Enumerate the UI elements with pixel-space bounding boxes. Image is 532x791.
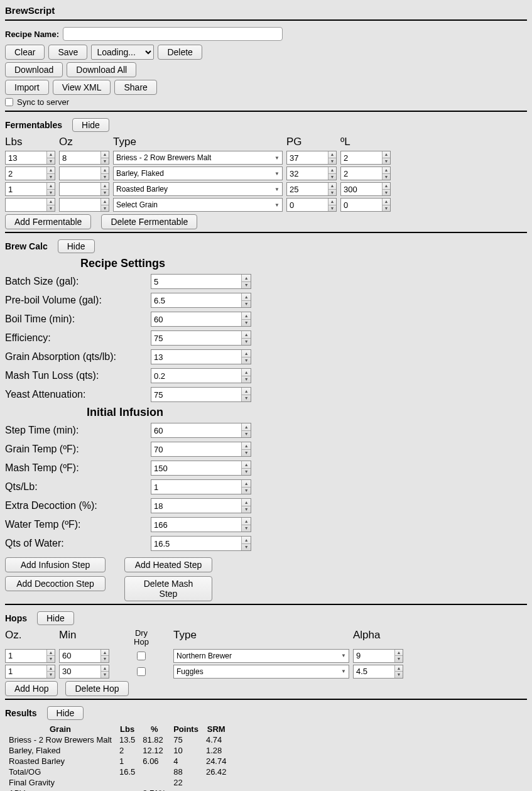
ferm-pg-1[interactable]: ▲▼	[286, 166, 337, 180]
ferm-l-1[interactable]: ▲▼	[340, 166, 391, 180]
ferm-oz-0-input[interactable]	[60, 151, 100, 164]
spinner-arrows[interactable]: ▲▼	[100, 167, 109, 180]
calc-input-eff-input[interactable]	[151, 331, 241, 345]
up-arrow-icon[interactable]: ▲	[242, 423, 251, 431]
ferm-lbs-3[interactable]: ▲▼	[5, 198, 55, 212]
ferm-l-2[interactable]: ▲▼	[340, 182, 391, 196]
spinner-arrows[interactable]: ▲▼	[241, 518, 251, 532]
up-arrow-icon[interactable]: ▲	[395, 650, 403, 657]
down-arrow-icon[interactable]: ▼	[47, 205, 55, 212]
hide-results-button[interactable]: Hide	[47, 706, 84, 720]
down-arrow-icon[interactable]: ▼	[47, 190, 55, 196]
calc-input-absorb-input[interactable]	[151, 350, 241, 364]
ferm-oz-1[interactable]: ▲▼	[59, 166, 109, 180]
up-arrow-icon[interactable]: ▲	[101, 665, 109, 672]
down-arrow-icon[interactable]: ▼	[101, 158, 109, 165]
ferm-l-3[interactable]: ▲▼	[340, 198, 391, 212]
up-arrow-icon[interactable]: ▲	[242, 350, 251, 357]
down-arrow-icon[interactable]: ▼	[242, 450, 251, 457]
down-arrow-icon[interactable]: ▼	[395, 672, 403, 678]
calc-input-mashtemp[interactable]: ▲▼	[151, 461, 251, 476]
up-arrow-icon[interactable]: ▲	[47, 665, 55, 672]
hop-alpha-1[interactable]: ▲▼	[353, 665, 403, 679]
ferm-l-1-input[interactable]	[341, 167, 382, 180]
add-infusion-step-button[interactable]: Add Infusion Step	[5, 557, 106, 572]
hide-hops-button[interactable]: Hide	[37, 611, 74, 625]
down-arrow-icon[interactable]: ▼	[242, 525, 251, 532]
down-arrow-icon[interactable]: ▼	[242, 544, 251, 551]
delete-mash-step-button[interactable]: Delete Mash Step	[124, 576, 212, 601]
ferm-oz-2-input[interactable]	[60, 183, 100, 195]
up-arrow-icon[interactable]: ▲	[242, 518, 251, 525]
spinner-arrows[interactable]: ▲▼	[241, 537, 251, 550]
up-arrow-icon[interactable]: ▲	[383, 151, 390, 158]
spinner-arrows[interactable]: ▲▼	[241, 350, 251, 364]
view-xml-button[interactable]: View XML	[53, 80, 111, 95]
spinner-arrows[interactable]: ▲▼	[241, 312, 251, 326]
spinner-arrows[interactable]: ▲▼	[241, 480, 251, 494]
up-arrow-icon[interactable]: ▲	[47, 199, 55, 205]
down-arrow-icon[interactable]: ▼	[47, 158, 55, 165]
down-arrow-icon[interactable]: ▼	[242, 431, 251, 438]
calc-input-batch-input[interactable]	[151, 275, 241, 288]
add-decoction-step-button[interactable]: Add Decoction Step	[5, 576, 106, 591]
ferm-l-0[interactable]: ▲▼	[340, 151, 391, 165]
hop-oz-0-input[interactable]	[6, 650, 46, 662]
down-arrow-icon[interactable]: ▼	[383, 174, 390, 180]
download-all-button[interactable]: Download All	[67, 62, 136, 77]
down-arrow-icon[interactable]: ▼	[328, 190, 336, 196]
dropdown-arrow-icon[interactable]: ▼	[339, 650, 349, 662]
calc-input-eff[interactable]: ▲▼	[151, 330, 251, 346]
ferm-pg-3[interactable]: ▲▼	[286, 198, 337, 212]
up-arrow-icon[interactable]: ▲	[101, 151, 109, 158]
down-arrow-icon[interactable]: ▼	[383, 190, 390, 196]
delete-hop-button[interactable]: Delete Hop	[65, 681, 128, 696]
hop-dry-1[interactable]	[137, 667, 146, 676]
hop-alpha-0-input[interactable]	[354, 650, 394, 662]
up-arrow-icon[interactable]: ▲	[242, 461, 251, 469]
down-arrow-icon[interactable]: ▼	[242, 506, 251, 513]
share-button[interactable]: Share	[114, 80, 156, 95]
up-arrow-icon[interactable]: ▲	[383, 199, 390, 205]
calc-input-preboil[interactable]: ▲▼	[151, 293, 251, 308]
spinner-arrows[interactable]: ▲▼	[241, 293, 251, 307]
down-arrow-icon[interactable]: ▼	[242, 357, 251, 364]
up-arrow-icon[interactable]: ▲	[47, 167, 55, 174]
up-arrow-icon[interactable]: ▲	[328, 183, 336, 190]
up-arrow-icon[interactable]: ▲	[328, 199, 336, 205]
up-arrow-icon[interactable]: ▲	[242, 293, 251, 301]
up-arrow-icon[interactable]: ▲	[101, 167, 109, 174]
hop-alpha-0[interactable]: ▲▼	[353, 649, 403, 663]
spinner-arrows[interactable]: ▲▼	[46, 167, 55, 180]
down-arrow-icon[interactable]: ▼	[328, 205, 336, 212]
ferm-type-0[interactable]: Briess - 2 Row Brewers Malt ▼	[113, 151, 283, 165]
dropdown-arrow-icon[interactable]: ▼	[272, 151, 282, 164]
ferm-oz-1-input[interactable]	[60, 167, 100, 180]
calc-input-boil[interactable]: ▲▼	[151, 312, 251, 327]
up-arrow-icon[interactable]: ▲	[47, 183, 55, 190]
down-arrow-icon[interactable]: ▼	[242, 339, 251, 346]
down-arrow-icon[interactable]: ▼	[101, 672, 109, 678]
spinner-arrows[interactable]: ▲▼	[382, 183, 390, 195]
hop-min-0-input[interactable]	[60, 650, 100, 662]
recipe-name-input[interactable]	[63, 27, 283, 41]
spinner-arrows[interactable]: ▲▼	[100, 199, 109, 211]
down-arrow-icon[interactable]: ▼	[242, 376, 251, 383]
up-arrow-icon[interactable]: ▲	[395, 665, 403, 672]
down-arrow-icon[interactable]: ▼	[101, 656, 109, 662]
ferm-pg-2[interactable]: ▲▼	[286, 182, 337, 196]
spinner-arrows[interactable]: ▲▼	[241, 331, 251, 345]
dropdown-arrow-icon[interactable]: ▼	[339, 665, 349, 678]
down-arrow-icon[interactable]: ▼	[242, 301, 251, 308]
calc-input-qtslb-input[interactable]	[151, 480, 241, 494]
up-arrow-icon[interactable]: ▲	[242, 388, 251, 395]
up-arrow-icon[interactable]: ▲	[383, 167, 390, 174]
spinner-arrows[interactable]: ▲▼	[328, 167, 336, 180]
up-arrow-icon[interactable]: ▲	[242, 442, 251, 450]
down-arrow-icon[interactable]: ▼	[47, 174, 55, 180]
ferm-l-3-input[interactable]	[341, 199, 382, 211]
up-arrow-icon[interactable]: ▲	[328, 151, 336, 158]
up-arrow-icon[interactable]: ▲	[101, 199, 109, 205]
hop-min-0[interactable]: ▲▼	[59, 649, 109, 663]
ferm-lbs-0-input[interactable]	[6, 151, 46, 164]
